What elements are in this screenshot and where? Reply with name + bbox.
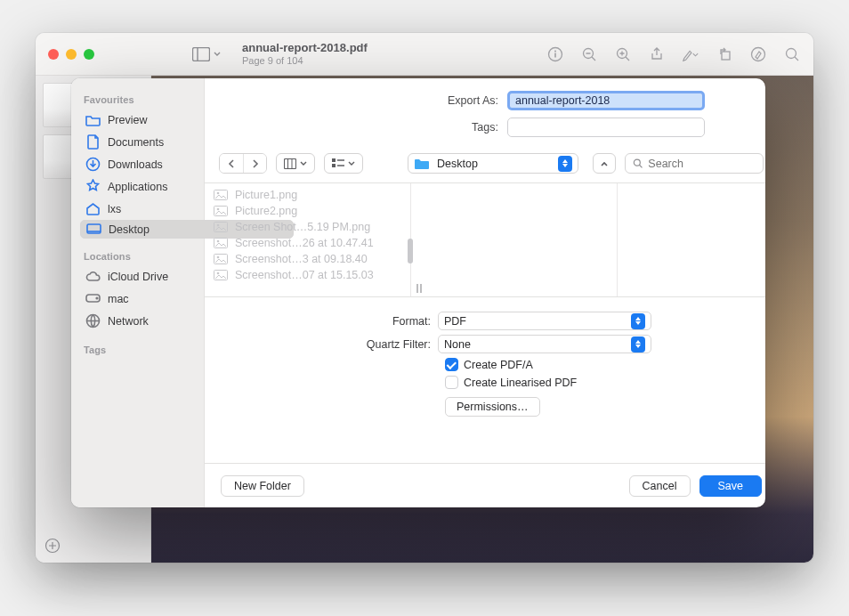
file-row[interactable]: Screenshot…07 at 15.15.03 — [205, 267, 410, 283]
column-resize-handle[interactable] — [416, 284, 422, 293]
cloud-icon — [85, 269, 101, 284]
permissions-button[interactable]: Permissions… — [445, 397, 540, 417]
save-button[interactable]: Save — [699, 475, 763, 497]
toolbar-right — [546, 45, 801, 63]
network-icon — [85, 313, 101, 328]
image-file-icon — [214, 238, 228, 248]
image-file-icon — [214, 206, 228, 216]
folder-icon — [414, 158, 430, 170]
dialog-footer: New Folder Cancel Save — [205, 463, 765, 507]
image-file-icon — [214, 254, 228, 264]
new-folder-button[interactable]: New Folder — [221, 475, 304, 497]
close-window-button[interactable] — [48, 49, 59, 60]
sidebar-toggle[interactable] — [192, 47, 221, 61]
location-popup[interactable]: Desktop — [408, 153, 578, 174]
sidebar-item-downloads[interactable]: Downloads — [80, 153, 197, 175]
titlebar: annual-report-2018.pdf Page 9 of 104 — [36, 33, 813, 76]
document-icon — [85, 134, 101, 150]
collapse-button[interactable] — [593, 153, 616, 174]
highlighter-icon[interactable] — [749, 45, 767, 63]
tags-input[interactable] — [507, 118, 705, 137]
document-title: annual-report-2018.pdf — [242, 41, 368, 55]
sidebar-item-label: Applications — [108, 181, 167, 193]
file-row[interactable]: Screenshot…26 at 10.47.41 — [205, 235, 410, 251]
sidebar-item-label: Documents — [108, 136, 164, 149]
create-pdfa-label: Create PDF/A — [464, 359, 533, 371]
format-select[interactable]: PDF — [438, 312, 651, 330]
export-as-label: Export As: — [222, 94, 507, 107]
sidebar-heading-tags: Tags — [84, 344, 197, 355]
add-page-button[interactable] — [44, 538, 61, 554]
chevron-down-icon — [300, 160, 307, 167]
file-row[interactable]: Screen Shot…5.19 PM.png — [205, 219, 410, 235]
sidebar-item-icloud[interactable]: iCloud Drive — [80, 265, 197, 288]
sidebar-item-label: Preview — [108, 114, 147, 126]
svg-line-33 — [639, 165, 642, 167]
sidebar-item-label: Desktop — [109, 223, 150, 236]
sidebar-item-label: lxs — [108, 203, 121, 215]
svg-rect-29 — [332, 164, 336, 167]
forward-button[interactable] — [243, 154, 266, 173]
create-linearised-checkbox[interactable] — [445, 376, 458, 389]
search-input[interactable] — [648, 158, 756, 170]
search-icon — [633, 158, 643, 169]
file-row[interactable]: Screenshot…3 at 09.18.40 — [205, 251, 410, 267]
file-row[interactable]: Picture1.png — [205, 187, 410, 203]
zoom-in-icon[interactable] — [614, 45, 632, 63]
sidebar-heading-favourites: Favourites — [84, 94, 197, 105]
info-icon[interactable] — [546, 45, 564, 63]
file-row[interactable]: Picture2.png — [205, 203, 410, 219]
export-sheet: Favourites Preview Documents Downloads A… — [71, 78, 765, 507]
svg-point-3 — [554, 50, 556, 52]
search-icon[interactable] — [783, 45, 801, 63]
markup-icon[interactable] — [682, 45, 699, 63]
svg-rect-28 — [332, 158, 336, 162]
share-icon[interactable] — [648, 45, 666, 63]
sidebar-item-documents[interactable]: Documents — [80, 131, 197, 153]
back-button[interactable] — [220, 154, 243, 173]
svg-point-35 — [217, 192, 220, 195]
export-filename-input[interactable] — [507, 91, 705, 110]
sidebar-item-applications[interactable]: Applications — [80, 175, 197, 198]
format-label: Format: — [222, 315, 438, 328]
page-status: Page 9 of 104 — [242, 55, 368, 67]
document-title-block: annual-report-2018.pdf Page 9 of 104 — [242, 41, 368, 67]
quartz-filter-select[interactable]: None — [438, 335, 651, 353]
zoom-window-button[interactable] — [84, 49, 94, 60]
file-browser: Picture1.png Picture2.png Screen Shot…5.… — [205, 182, 765, 296]
sidebar-item-preview[interactable]: Preview — [80, 109, 197, 131]
view-mode-selector[interactable] — [276, 153, 315, 174]
rotate-icon[interactable] — [716, 45, 733, 63]
file-column[interactable]: Picture1.png Picture2.png Screen Shot…5.… — [205, 183, 411, 296]
create-pdfa-checkbox[interactable] — [445, 358, 458, 371]
stepper-icon — [631, 313, 645, 329]
folder-icon — [85, 112, 101, 127]
location-name: Desktop — [437, 158, 478, 170]
svg-point-37 — [217, 208, 220, 211]
applications-icon — [85, 179, 101, 194]
sidebar-item-network[interactable]: Network — [80, 310, 197, 332]
minimize-window-button[interactable] — [66, 49, 77, 60]
sidebar-item-mac[interactable]: mac — [80, 288, 197, 310]
scrollbar-thumb[interactable] — [408, 239, 413, 263]
sidebar-item-home[interactable]: lxs — [80, 198, 197, 220]
cancel-button[interactable]: Cancel — [629, 475, 691, 497]
file-column-empty — [411, 183, 618, 296]
svg-line-15 — [795, 57, 798, 61]
search-field[interactable] — [625, 153, 764, 174]
svg-point-43 — [217, 256, 220, 259]
svg-rect-0 — [193, 47, 210, 61]
stepper-icon — [631, 336, 645, 353]
zoom-out-icon[interactable] — [580, 45, 598, 63]
svg-rect-25 — [285, 158, 296, 168]
download-icon — [85, 157, 101, 172]
sidebar-item-label: iCloud Drive — [108, 271, 168, 283]
svg-point-13 — [752, 47, 765, 61]
group-by-selector[interactable] — [324, 153, 363, 174]
svg-point-45 — [217, 272, 220, 275]
image-file-icon — [214, 222, 228, 232]
image-file-icon — [214, 190, 228, 200]
svg-point-23 — [96, 297, 98, 299]
sidebar-item-label: Downloads — [108, 158, 163, 171]
sidebar-heading-locations: Locations — [84, 251, 197, 262]
